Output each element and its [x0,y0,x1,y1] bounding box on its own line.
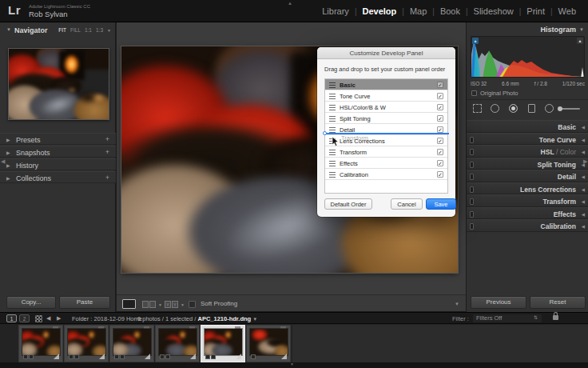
save-button[interactable]: Save [426,198,456,210]
visibility-checkbox[interactable]: ✓ [437,104,443,110]
list-item-basic[interactable]: Basic ✓ [325,79,447,90]
list-item-transform[interactable]: Transform ✓ [325,146,447,158]
top-panel-collapse-icon[interactable]: ▲ [288,1,292,6]
visibility-checkbox[interactable]: ✓ [437,149,443,155]
panel-toggle-icon[interactable] [470,137,474,143]
drag-handle-icon[interactable] [329,116,336,122]
panel-effects[interactable]: Effects ◀ [467,207,588,220]
paste-button[interactable]: Paste [59,296,110,309]
panel-toggle-icon[interactable] [470,162,474,168]
sidebar-item-collections[interactable]: ▶ Collections + [0,171,116,183]
second-window-button[interactable]: 2 [19,314,30,322]
panel-split-toning[interactable]: Split Toning ◀ [467,158,588,170]
module-web[interactable]: Web [553,6,582,16]
chevron-down-icon[interactable]: ▼ [107,28,111,33]
list-item-hsl-color-bw[interactable]: HSL/Color/B & W ✓ [325,102,447,113]
previous-button[interactable]: Previous [471,296,526,309]
drag-handle-icon[interactable] [329,172,336,178]
filmstrip-thumbnail-3[interactable] [109,325,154,362]
drag-handle-icon[interactable] [329,94,336,99]
filmstrip-thumbnail-4[interactable] [155,325,200,362]
left-panel-collapse-icon[interactable]: ◀ [1,158,5,165]
next-photo-icon[interactable]: ▶ [57,315,61,322]
module-library[interactable]: Library [316,6,355,16]
list-item-split-toning[interactable]: Split Toning ✓ [325,113,447,124]
module-print[interactable]: Print [521,6,550,16]
dialog-titlebar[interactable]: Customize Develop Panel [317,47,455,59]
panel-toggle-icon[interactable] [470,174,474,180]
shadow-clipping-icon[interactable]: ▲ [472,38,479,44]
original-photo-checkbox[interactable] [471,90,477,96]
module-book[interactable]: Book [435,6,466,16]
right-panel-collapse-icon[interactable]: ▶ [583,158,587,165]
module-map[interactable]: Map [404,6,432,16]
stepper-icon[interactable]: ⇅ [534,314,538,320]
list-item-calibration[interactable]: Calibration ✓ [325,169,447,180]
panel-toggle-icon[interactable] [470,211,474,218]
zoom-fill[interactable]: FILL [70,27,81,33]
visibility-checkbox[interactable]: ✓ [437,138,443,144]
toolbar-options-icon[interactable]: ▼ [455,302,459,306]
zoom-1-1[interactable]: 1:1 [85,27,92,33]
visibility-checkbox[interactable]: ✓ [437,93,443,99]
chevron-down-icon[interactable]: ▼ [181,302,185,307]
chevron-down-icon[interactable]: ▼ [158,302,162,307]
visibility-checkbox[interactable]: ✓ [437,160,443,166]
drag-handle-icon[interactable] [329,127,336,133]
panel-detail[interactable]: Detail ◀ [467,170,588,182]
visibility-checkbox[interactable]: ✓ [437,126,443,133]
filmstrip-thumbnail-1[interactable] [18,325,63,362]
visibility-checkbox[interactable]: ✓ [437,82,443,88]
list-item-tone-curve[interactable]: Tone Curve ✓ [325,90,447,102]
main-window-button[interactable]: 1 [6,314,17,322]
cancel-button[interactable]: Cancel [391,198,423,210]
before-after-tb-icon[interactable]: YY [165,301,178,308]
filmstrip-thumbnail-2[interactable] [64,325,109,362]
default-order-button[interactable]: Default Order [324,198,372,210]
filmstrip-collapse-icon[interactable]: ▼ [290,362,294,366]
reset-button[interactable]: Reset [530,296,586,309]
histogram-chart[interactable]: ▲ ▲ [471,36,585,78]
panel-tone-curve[interactable]: Tone Curve ◀ [467,133,588,146]
previous-photo-icon[interactable]: ◀ [46,315,50,322]
highlight-clipping-icon[interactable]: ▲ [577,38,583,44]
sidebar-item-snapshots[interactable]: ▶ Snapshots + [0,146,116,158]
visibility-checkbox[interactable]: ✓ [437,171,443,178]
radial-filter-icon[interactable] [545,104,554,113]
spot-removal-icon[interactable] [491,104,499,113]
navigator-preview[interactable] [8,48,109,120]
list-item-effects[interactable]: Effects ✓ [325,158,447,169]
panel-transform[interactable]: Transform ◀ [467,194,588,207]
module-slideshow[interactable]: Slideshow [468,6,519,16]
copy-button[interactable]: Copy... [6,296,56,309]
selection-breadcrumb[interactable]: 6 photos / 1 selected / APC_1210-hdr.dng… [137,315,257,322]
drag-handle-icon[interactable] [329,150,336,155]
zoom-fit[interactable]: FIT [58,27,66,33]
loupe-view-icon[interactable] [122,299,136,309]
filter-lock-icon[interactable] [553,315,558,320]
adjustment-brush-icon[interactable] [559,108,580,110]
filmstrip-thumbnail-6[interactable] [246,325,291,362]
panel-lens-corrections[interactable]: Lens Corrections ◀ [467,182,588,195]
histogram-title[interactable]: Histogram [540,26,576,34]
folder-breadcrumb[interactable]: Folder : 2018-12-09 Home [72,315,142,322]
drag-handle-icon[interactable] [329,161,336,166]
panel-toggle-icon[interactable] [470,223,474,230]
grid-view-icon[interactable] [35,315,42,322]
soft-proofing-checkbox[interactable] [189,301,196,308]
add-collection-button[interactable]: + [105,174,109,182]
panel-toggle-icon[interactable] [470,149,474,155]
panel-calibration[interactable]: Calibration ◀ [467,219,588,232]
filmstrip-thumbnail-5-selected[interactable] [201,325,245,362]
navigator-header[interactable]: ▼ Navigator FIT FILL 1:1 1:3 ▼ [0,25,116,37]
crop-overlay-icon[interactable] [473,104,482,113]
panel-toggle-icon[interactable] [470,198,474,205]
graduated-filter-icon[interactable] [528,104,535,113]
drag-handle-icon[interactable] [329,105,336,110]
panel-hsl-color[interactable]: HSL / Color ◀ [467,145,588,158]
panel-toggle-icon[interactable] [470,186,474,193]
module-develop[interactable]: Develop [356,6,402,16]
red-eye-icon[interactable] [509,104,518,113]
filter-dropdown[interactable]: Filters Off [473,314,542,322]
panel-basic[interactable]: Basic ◀ [467,120,588,133]
